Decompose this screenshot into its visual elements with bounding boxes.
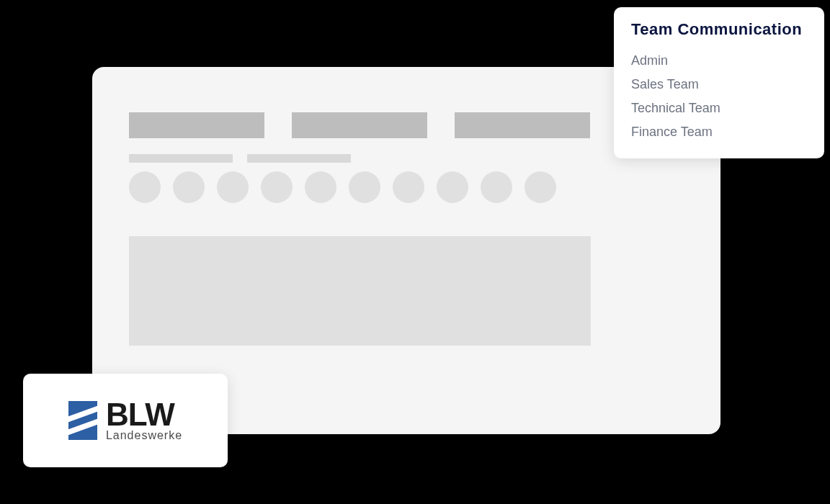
skeleton-avatar — [129, 171, 161, 203]
skeleton-avatar — [393, 171, 424, 203]
skeleton-text-line — [129, 154, 233, 163]
skeleton-avatar — [481, 171, 512, 203]
avatar-row — [129, 171, 556, 203]
brand-logo-text: BLW Landeswerke — [106, 399, 182, 442]
skeleton-button — [292, 112, 427, 138]
skeleton-avatar — [261, 171, 293, 203]
team-dropdown-menu: Team Communication Admin Sales Team Tech… — [614, 7, 824, 158]
top-button-row — [129, 112, 590, 138]
brand-logo-mark-icon — [68, 401, 97, 440]
brand-name-sub: Landeswerke — [106, 429, 182, 442]
dropdown-item-finance[interactable]: Finance Team — [631, 120, 807, 144]
skeleton-avatar — [349, 171, 380, 203]
skeleton-text-row — [129, 154, 351, 163]
dropdown-item-admin[interactable]: Admin — [631, 49, 807, 73]
dropdown-title: Team Communication — [631, 20, 807, 39]
skeleton-avatar — [305, 171, 336, 203]
dropdown-item-technical[interactable]: Technical Team — [631, 96, 807, 120]
skeleton-avatar — [525, 171, 556, 203]
brand-name-main: BLW — [106, 399, 182, 431]
skeleton-avatar — [437, 171, 468, 203]
skeleton-content-block — [129, 236, 591, 346]
brand-logo-card: BLW Landeswerke — [23, 374, 228, 467]
dropdown-item-sales[interactable]: Sales Team — [631, 73, 807, 96]
skeleton-avatar — [173, 171, 205, 203]
brand-logo: BLW Landeswerke — [68, 399, 182, 442]
skeleton-button — [455, 112, 590, 138]
skeleton-button — [129, 112, 264, 138]
skeleton-text-line — [247, 154, 351, 163]
skeleton-avatar — [217, 171, 249, 203]
